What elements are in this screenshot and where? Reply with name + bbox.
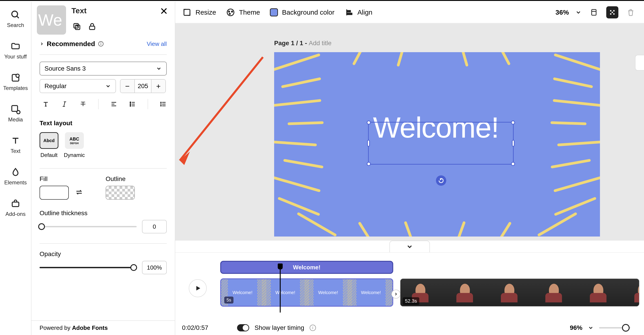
background-color-button[interactable]: Background color [270, 8, 334, 17]
list-icon[interactable] [129, 100, 136, 108]
rail-search[interactable]: Search [7, 10, 24, 28]
chevron-down-icon [105, 83, 111, 89]
left-rail: Search Your stuff Templates Media Text E… [0, 2, 32, 335]
rail-templates[interactable]: Templates [3, 73, 28, 91]
chevron-down-icon [156, 66, 162, 72]
add-title-placeholder[interactable]: Add title [309, 40, 332, 47]
resize-button[interactable]: Resize [182, 8, 216, 17]
svg-point-3 [16, 74, 19, 78]
fill-color-swatch[interactable] [40, 186, 69, 200]
svg-point-14 [101, 43, 101, 43]
svg-rect-38 [347, 13, 352, 15]
duplicate-icon[interactable] [72, 22, 81, 31]
opacity-slider[interactable] [40, 267, 136, 268]
timeline-zoom-value[interactable]: 96% [570, 324, 582, 331]
outline-label: Outline [106, 175, 135, 183]
chevron-down-icon[interactable] [588, 325, 594, 331]
align-button[interactable]: Align [344, 8, 372, 17]
ai-button[interactable] [606, 6, 618, 19]
play-icon [194, 285, 201, 292]
canvas-area[interactable]: Page 1 / 1 - Add title [175, 23, 644, 241]
folder-icon [10, 41, 20, 51]
theme-icon [226, 8, 235, 17]
slide[interactable]: Welcome! [274, 52, 600, 236]
text-layout-label: Text layout [40, 120, 167, 127]
transition-button[interactable] [392, 289, 400, 298]
scene-clip[interactable]: Welcome! Welcome! Welcome! Welcome! 5s [220, 278, 393, 307]
svg-point-22 [130, 102, 131, 103]
layers-icon [590, 9, 598, 16]
rail-elements[interactable]: Elements [4, 167, 27, 186]
svg-point-34 [232, 11, 232, 12]
outline-thickness-label: Outline thickness [40, 210, 167, 217]
svg-rect-6 [12, 202, 19, 207]
delete-button[interactable] [625, 6, 637, 19]
video-clip[interactable] [400, 278, 640, 307]
svg-rect-31 [184, 10, 190, 16]
svg-rect-4 [12, 106, 18, 112]
reset-animation-button[interactable] [436, 175, 446, 186]
align-icon[interactable] [110, 100, 117, 108]
panel-footer: Powered by Adobe Fonts [32, 320, 175, 335]
bold-icon[interactable] [42, 100, 49, 108]
spacing-icon[interactable] [160, 100, 167, 108]
font-weight-select[interactable]: Regular [40, 79, 116, 93]
addons-icon [10, 199, 20, 209]
swap-colors-button[interactable] [75, 188, 83, 197]
rail-your-stuff[interactable]: Your stuff [4, 41, 27, 60]
chevron-down-icon[interactable] [575, 9, 582, 16]
svg-point-0 [12, 11, 18, 17]
lock-icon[interactable] [88, 22, 96, 31]
canvas-zoom-value[interactable]: 36% [556, 9, 569, 16]
ai-sparkle-icon [608, 9, 616, 16]
text-clip[interactable]: Welcome! [220, 261, 393, 274]
templates-icon [10, 73, 20, 83]
recommended-toggle[interactable]: Recommended [40, 40, 104, 48]
page-indicator: Page 1 / 1 - Add title [274, 40, 332, 47]
info-icon[interactable]: i [310, 325, 316, 331]
expand-right-button[interactable] [635, 55, 644, 71]
selection-box[interactable] [368, 122, 514, 165]
adobe-fonts-link[interactable]: Adobe Fonts [72, 324, 108, 331]
layer-timing-label: Show layer timing [254, 324, 304, 331]
layer-timing-toggle[interactable] [237, 324, 249, 331]
svg-point-32 [227, 9, 234, 16]
svg-marker-42 [180, 152, 190, 165]
theme-button[interactable]: Theme [226, 8, 260, 17]
close-panel-button[interactable]: ✕ [160, 6, 168, 16]
playhead[interactable] [280, 263, 281, 312]
text-icon [10, 136, 20, 146]
text-panel: We Text ✕ Recommended View all [32, 2, 175, 335]
selection-thumb: We [37, 6, 66, 35]
outline-color-swatch[interactable] [106, 186, 135, 200]
increase-size-button[interactable]: + [152, 80, 166, 93]
layout-dynamic[interactable]: ABCDEFGH [65, 132, 84, 149]
outline-thickness-slider[interactable] [40, 226, 136, 227]
opacity-input[interactable]: 100% [142, 261, 167, 274]
timeline-zoom-slider[interactable] [599, 327, 630, 328]
italic-icon[interactable] [61, 100, 68, 108]
rail-media[interactable]: Media [8, 104, 23, 123]
rail-addons[interactable]: Add-ons [6, 199, 26, 217]
outline-thickness-input[interactable]: 0 [142, 220, 167, 233]
strikethrough-icon[interactable] [80, 100, 86, 108]
svg-line-1 [17, 16, 19, 18]
svg-point-5 [17, 111, 20, 114]
svg-point-23 [130, 104, 131, 105]
trash-icon [627, 9, 634, 16]
decrease-size-button[interactable]: − [120, 80, 134, 93]
rail-text[interactable]: Text [10, 136, 20, 154]
search-icon [10, 10, 20, 20]
opacity-label: Opacity [40, 250, 167, 258]
font-family-select[interactable]: Source Sans 3 [40, 62, 167, 76]
resize-icon [182, 8, 192, 17]
view-all-link[interactable]: View all [147, 41, 167, 48]
font-size-input[interactable]: 205 [134, 80, 152, 93]
svg-point-33 [228, 11, 230, 12]
layers-button[interactable] [588, 6, 600, 19]
layout-default[interactable]: Abcd [40, 132, 58, 149]
chevron-right-icon [40, 42, 44, 46]
timeline-collapse-tab[interactable] [175, 241, 644, 252]
play-button[interactable] [189, 279, 207, 297]
bg-color-swatch [270, 8, 278, 17]
